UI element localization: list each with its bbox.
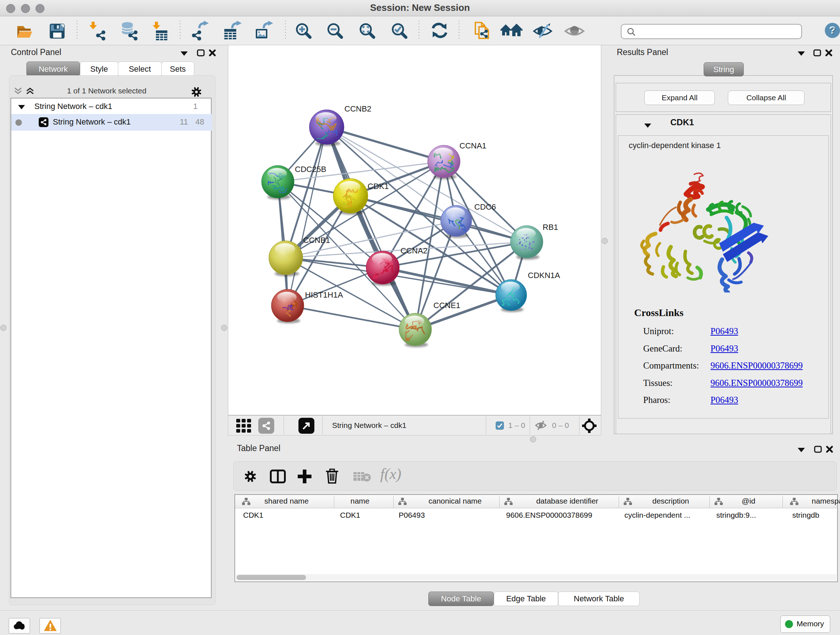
svg-text:RB1: RB1 [543, 223, 558, 232]
svg-text:CCNB2: CCNB2 [344, 104, 371, 113]
svg-text:CDC25B: CDC25B [295, 165, 326, 174]
svg-text:?: ? [830, 25, 836, 36]
svg-text:CCNA1: CCNA1 [459, 141, 486, 150]
svg-text:CCNE1: CCNE1 [433, 301, 461, 310]
svg-text:CDK1: CDK1 [368, 182, 389, 191]
svg-text:HIST1H1A: HIST1H1A [305, 290, 343, 299]
svg-text:CCNB1: CCNB1 [303, 236, 330, 245]
svg-text:CDKN1A: CDKN1A [528, 271, 561, 280]
svg-text:CDC6: CDC6 [474, 203, 496, 211]
svg-text:CCNA2: CCNA2 [401, 246, 428, 255]
